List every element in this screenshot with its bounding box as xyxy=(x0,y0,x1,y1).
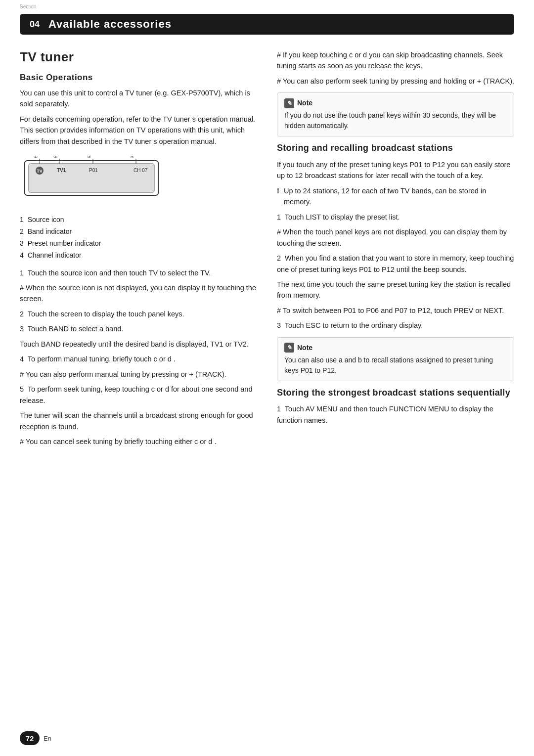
exclaim-item: Up to 24 stations, 12 for each of two TV… xyxy=(277,185,514,208)
legend-list: 1 Source icon 2 Band indicator 3 Preset … xyxy=(20,214,257,261)
instruction-5: 5 To perform seek tuning, keep touching … xyxy=(20,384,257,406)
section-title: Available accessories xyxy=(48,18,172,31)
basic-operations-para-1: You can use this unit to control a TV tu… xyxy=(20,88,257,110)
legend-item-1: 1 Source icon xyxy=(20,214,257,226)
svg-text:CH 07: CH 07 xyxy=(134,168,148,173)
hash-item-3: # You can cancel seek tuning by briefly … xyxy=(20,436,257,447)
basic-operations-heading: Basic Operations xyxy=(20,73,257,83)
section-number: 04 xyxy=(30,19,40,30)
touch-band-plain: Touch BAND repeatedly until the desired … xyxy=(20,339,257,350)
legend-item-4: 4 Channel indicator xyxy=(20,250,257,262)
diagram-area: TV TV1 P01 CH 07 ① xyxy=(20,156,257,205)
basic-operations-para-2: For details concerning operation, refer … xyxy=(20,114,257,147)
section-label: Section xyxy=(20,4,36,9)
page-footer: 72 En xyxy=(20,731,51,745)
svg-text:②: ② xyxy=(53,156,57,159)
hash-item-1: # When the source icon is not displayed,… xyxy=(20,282,257,305)
instruction-3: 3 Touch BAND to select a band. xyxy=(20,323,257,334)
hash-right-2: # You can also perform seek tuning by pr… xyxy=(277,76,514,87)
svg-text:①: ① xyxy=(34,156,38,159)
storing-recalling-para: If you touch any of the preset tuning ke… xyxy=(277,159,514,181)
section-header: 04 Available accessories xyxy=(20,14,514,35)
page-lang: En xyxy=(44,735,51,742)
legend-item-2: 2 Band indicator xyxy=(20,226,257,238)
hash-right-1: # If you keep touching c or d you can sk… xyxy=(277,49,514,72)
store-instruction-1: 1 Touch LIST to display the preset list. xyxy=(277,212,514,222)
svg-text:TV: TV xyxy=(37,169,43,174)
left-column: TV tuner Basic Operations You can use th… xyxy=(20,49,257,451)
seek-plain: The tuner will scan the channels until a… xyxy=(20,410,257,432)
instruction-1: 1 Touch the source icon and then touch T… xyxy=(20,267,257,278)
hash-item-2: # You can also perform manual tuning by … xyxy=(20,369,257,380)
page-number: 72 xyxy=(20,731,40,745)
note-icon-2: ✎ xyxy=(284,343,294,353)
store-hash-1: # When the touch panel keys are not disp… xyxy=(277,226,514,249)
note-header-2: ✎ Note xyxy=(284,343,507,353)
content-columns: TV tuner Basic Operations You can use th… xyxy=(20,49,514,451)
tv-screen-diagram: TV TV1 P01 CH 07 ① xyxy=(20,156,168,200)
storing-recalling-heading: Storing and recalling broadcast stations xyxy=(277,142,514,154)
store-instruction-3: 3 Touch ESC to return to the ordinary di… xyxy=(277,320,514,331)
strongest-instruction-1: 1 Touch AV MENU and then touch FUNCTION … xyxy=(277,403,514,426)
page-container: Section 04 Available accessories TV tune… xyxy=(0,0,534,756)
legend-item-3: 3 Preset number indicator xyxy=(20,238,257,250)
store-instruction-2: 2 When you find a station that you want … xyxy=(277,253,514,275)
svg-text:③: ③ xyxy=(87,156,91,159)
note-header-1: ✎ Note xyxy=(284,98,507,108)
note-box-1: ✎ Note If you do not use the touch panel… xyxy=(277,92,514,136)
store-plain: The next time you touch the same preset … xyxy=(277,279,514,301)
note-box-2: ✎ Note You can also use a and b to recal… xyxy=(277,337,514,381)
svg-text:TV1: TV1 xyxy=(57,168,66,173)
instruction-4: 4 To perform manual tuning, briefly touc… xyxy=(20,354,257,364)
right-column: # If you keep touching c or d you can sk… xyxy=(277,49,514,451)
page-heading: TV tuner xyxy=(20,49,257,65)
note-icon-1: ✎ xyxy=(284,98,294,108)
svg-text:P01: P01 xyxy=(89,168,98,173)
instruction-2: 2 Touch the screen to display the touch … xyxy=(20,309,257,319)
storing-strongest-heading: Storing the strongest broadcast stations… xyxy=(277,387,514,399)
store-hash-2: # To switch between P01 to P06 and P07 t… xyxy=(277,305,514,316)
svg-text:④: ④ xyxy=(130,156,134,159)
